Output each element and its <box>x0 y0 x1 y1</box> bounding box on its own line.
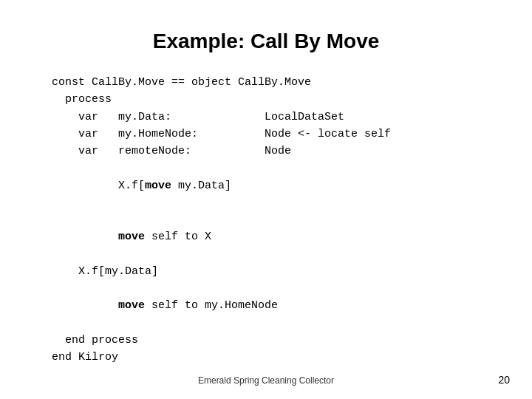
code-line-8: X.f[my.Data] <box>52 263 495 280</box>
footer-text: Emerald Spring Cleaning Collector <box>198 375 334 386</box>
code-line-7: move self to X <box>52 211 495 263</box>
code-line-11: end Kilroy <box>52 349 495 366</box>
code-line-5: var remoteNode: Node <box>52 143 495 160</box>
code-line-9: move self to my.HomeNode <box>52 280 495 332</box>
code-block: const CallBy.Move == object CallBy.Move … <box>52 74 495 366</box>
code-line-1: const CallBy.Move == object CallBy.Move <box>52 74 495 91</box>
code-line-9-post: self to my.HomeNode <box>145 299 278 312</box>
code-line-6-post: my.Data] <box>171 180 231 192</box>
code-line-7-post: self to X <box>145 231 211 243</box>
code-line-7-pre <box>92 231 118 243</box>
code-line-6: X.f[move my.Data] <box>52 160 495 211</box>
code-line-2: process <box>52 91 495 108</box>
code-line-6-bold: move <box>145 180 171 192</box>
page-number: 20 <box>498 374 510 386</box>
code-line-4: var my.HomeNode: Node <- locate self <box>52 126 495 143</box>
footer: Emerald Spring Cleaning Collector <box>0 375 532 386</box>
code-line-9-pre <box>92 299 118 312</box>
code-line-9-bold: move <box>118 299 145 312</box>
code-line-3: var my.Data: LocalDataSet <box>52 109 495 126</box>
slide-title: Example: Call By Move <box>37 30 495 53</box>
slide: Example: Call By Move const CallBy.Move … <box>0 0 532 399</box>
code-line-7-bold: move <box>118 231 145 243</box>
code-line-10: end process <box>52 332 495 349</box>
code-line-6-pre: X.f[ <box>92 180 145 192</box>
